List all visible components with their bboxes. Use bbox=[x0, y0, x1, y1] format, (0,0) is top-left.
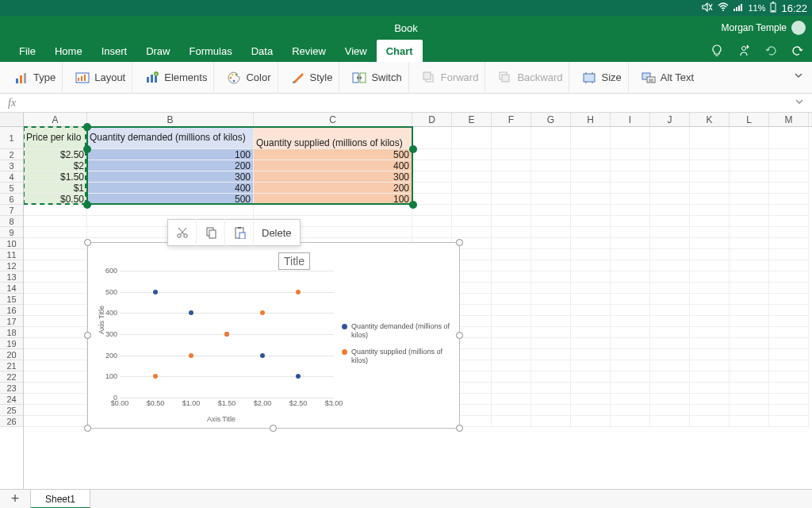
col-header-I[interactable]: I bbox=[611, 113, 650, 126]
cell-C2[interactable]: 500 bbox=[254, 149, 412, 160]
paste-button[interactable] bbox=[225, 219, 254, 246]
ribbon-collapse-icon[interactable] bbox=[793, 70, 804, 83]
user-area[interactable]: Morgan Temple bbox=[722, 21, 806, 35]
resize-handle[interactable] bbox=[456, 332, 463, 339]
tab-file[interactable]: File bbox=[10, 40, 45, 62]
select-all-corner[interactable] bbox=[0, 113, 23, 127]
share-icon[interactable] bbox=[737, 44, 750, 57]
chart-object[interactable]: Delete Title Axis Title Axis Title 01002… bbox=[87, 242, 460, 429]
row-header-12[interactable]: 12 bbox=[0, 260, 23, 271]
cell-B2[interactable]: 100 bbox=[87, 149, 254, 160]
row-header-18[interactable]: 18 bbox=[0, 327, 23, 338]
row-header-25[interactable]: 25 bbox=[0, 405, 23, 416]
data-point[interactable] bbox=[296, 290, 301, 294]
col-header-H[interactable]: H bbox=[571, 113, 611, 126]
row-header-2[interactable]: 2 bbox=[0, 149, 23, 160]
row-header-6[interactable]: 6 bbox=[0, 194, 23, 205]
cell-C3[interactable]: 400 bbox=[254, 160, 412, 171]
data-point[interactable] bbox=[260, 310, 265, 315]
tab-chart[interactable]: Chart bbox=[377, 40, 423, 62]
undo-icon[interactable] bbox=[764, 44, 777, 57]
ribbon-switch[interactable]: Switch bbox=[346, 62, 408, 94]
col-header-J[interactable]: J bbox=[650, 113, 690, 126]
ribbon-alttext[interactable]: Alt Text bbox=[635, 62, 700, 94]
data-point[interactable] bbox=[153, 290, 158, 294]
data-point[interactable] bbox=[260, 353, 265, 358]
cell-C5[interactable]: 200 bbox=[254, 183, 412, 194]
data-point[interactable] bbox=[224, 332, 229, 337]
ribbon-size[interactable]: Size bbox=[576, 62, 628, 94]
cell-B5[interactable]: 400 bbox=[87, 183, 254, 194]
row-header-1[interactable]: 1 bbox=[0, 127, 23, 149]
cell-C6[interactable]: 100 bbox=[254, 194, 412, 205]
row-header-23[interactable]: 23 bbox=[0, 383, 23, 394]
row-header-16[interactable]: 16 bbox=[0, 305, 23, 316]
ribbon-style[interactable]: Style bbox=[285, 62, 340, 94]
tab-review[interactable]: Review bbox=[282, 40, 335, 62]
add-sheet-button[interactable]: + bbox=[0, 491, 30, 507]
row-header-13[interactable]: 13 bbox=[0, 271, 23, 283]
cell-B6[interactable]: 500 bbox=[87, 194, 254, 205]
cell-B4[interactable]: 300 bbox=[87, 171, 254, 183]
col-header-K[interactable]: K bbox=[690, 113, 730, 126]
row-header-11[interactable]: 11 bbox=[0, 249, 23, 260]
row-header-15[interactable]: 15 bbox=[0, 294, 23, 305]
col-header-F[interactable]: F bbox=[492, 113, 531, 126]
tab-draw[interactable]: Draw bbox=[136, 40, 179, 62]
col-header-D[interactable]: D bbox=[412, 113, 452, 126]
redo-icon[interactable] bbox=[791, 44, 804, 57]
formula-bar[interactable]: fx bbox=[0, 94, 812, 113]
ribbon-elements[interactable]: +Elements bbox=[139, 62, 214, 94]
resize-handle[interactable] bbox=[456, 425, 463, 432]
copy-button[interactable] bbox=[197, 219, 225, 246]
resize-handle[interactable] bbox=[84, 239, 91, 246]
plot-area[interactable]: 0100200300400500600$0.00$0.50$1.00$1.50$… bbox=[120, 271, 334, 398]
cell-B1[interactable]: Quantity demanded (millions of kilos) bbox=[87, 127, 254, 149]
row-header-24[interactable]: 24 bbox=[0, 394, 23, 405]
row-header-4[interactable]: 4 bbox=[0, 171, 23, 183]
resize-handle[interactable] bbox=[84, 425, 91, 432]
cell-A4[interactable]: $1.50 bbox=[24, 171, 87, 183]
tab-insert[interactable]: Insert bbox=[92, 40, 137, 62]
x-axis-title[interactable]: Axis Title bbox=[207, 415, 236, 423]
formula-expand-icon[interactable] bbox=[795, 97, 804, 109]
chart-legend[interactable]: Quantity demanded (millions of kilos) Qu… bbox=[342, 322, 453, 373]
spreadsheet-grid[interactable]: 1 2 3 4 5 6 7 8 9 10 11 12 13 14 15 16 1… bbox=[0, 113, 812, 489]
tab-data[interactable]: Data bbox=[242, 40, 282, 62]
lightbulb-icon[interactable] bbox=[710, 44, 723, 57]
row-header-10[interactable]: 10 bbox=[0, 238, 23, 249]
cell-A2[interactable]: $2.50 bbox=[24, 149, 87, 160]
ribbon-color[interactable]: Color bbox=[220, 62, 278, 94]
delete-button[interactable]: Delete bbox=[254, 227, 300, 239]
cut-button[interactable] bbox=[168, 219, 197, 246]
resize-handle[interactable] bbox=[270, 425, 277, 432]
sheet-tab-sheet1[interactable]: Sheet1 bbox=[30, 490, 90, 509]
tab-formulas[interactable]: Formulas bbox=[180, 40, 242, 62]
row-header-26[interactable]: 26 bbox=[0, 416, 23, 427]
cells-area[interactable]: Price per kilo Quantity demanded (millio… bbox=[24, 127, 812, 427]
row-header-14[interactable]: 14 bbox=[0, 283, 23, 294]
cell-A1[interactable]: Price per kilo bbox=[24, 127, 87, 149]
col-header-A[interactable]: A bbox=[24, 113, 87, 126]
data-point[interactable] bbox=[189, 310, 193, 315]
cell-C4[interactable]: 300 bbox=[254, 171, 412, 183]
data-point[interactable] bbox=[296, 374, 301, 379]
col-header-E[interactable]: E bbox=[452, 113, 492, 126]
col-header-G[interactable]: G bbox=[531, 113, 571, 126]
tab-view[interactable]: View bbox=[335, 40, 377, 62]
cell-A5[interactable]: $1 bbox=[24, 183, 87, 194]
tab-home[interactable]: Home bbox=[45, 40, 92, 62]
row-header-20[interactable]: 20 bbox=[0, 349, 23, 360]
cell-A3[interactable]: $2 bbox=[24, 160, 87, 171]
ribbon-type[interactable]: Type bbox=[8, 62, 63, 94]
cell-B3[interactable]: 200 bbox=[87, 160, 254, 171]
row-header-3[interactable]: 3 bbox=[0, 160, 23, 171]
row-header-19[interactable]: 19 bbox=[0, 338, 23, 349]
col-header-L[interactable]: L bbox=[730, 113, 769, 126]
data-point[interactable] bbox=[189, 353, 193, 358]
cell-C1[interactable]: Quantity supplied (millions of kilos) bbox=[254, 127, 412, 149]
col-header-B[interactable]: B bbox=[87, 113, 254, 126]
row-header-7[interactable]: 7 bbox=[0, 205, 23, 216]
avatar[interactable] bbox=[791, 21, 806, 35]
col-header-M[interactable]: M bbox=[769, 113, 809, 126]
